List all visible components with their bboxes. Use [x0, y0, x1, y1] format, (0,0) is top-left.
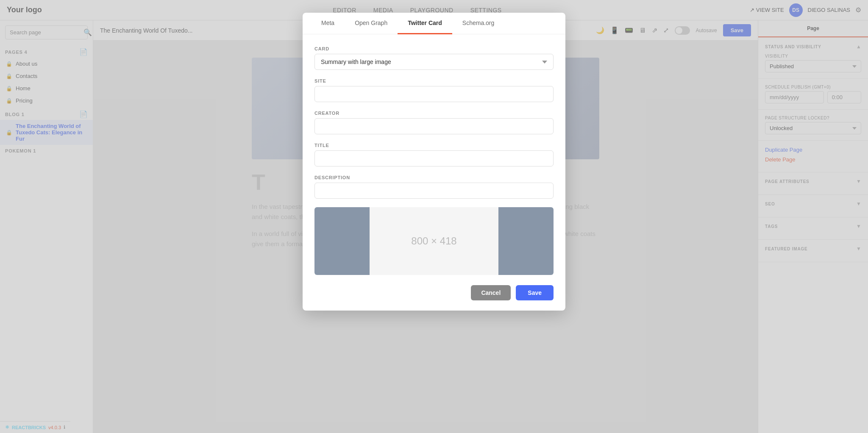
tab-twitter-card[interactable]: Twitter Card — [398, 13, 452, 34]
card-field-group: CARD Summary with large image Summary Ap… — [314, 46, 554, 70]
description-field-group: DESCRIPTION — [314, 175, 554, 199]
title-input[interactable] — [314, 150, 554, 167]
description-label: DESCRIPTION — [314, 175, 554, 180]
site-input[interactable] — [314, 86, 554, 102]
twitter-card-modal: Meta Open Graph Twitter Card Schema.org … — [303, 13, 565, 311]
creator-label: CREATOR — [314, 111, 554, 116]
modal-body: CARD Summary with large image Summary Ap… — [303, 34, 565, 285]
card-label: CARD — [314, 46, 554, 51]
image-right-side — [498, 207, 554, 275]
cancel-button[interactable]: Cancel — [471, 285, 511, 300]
site-field-group: SITE — [314, 78, 554, 102]
site-label: SITE — [314, 78, 554, 83]
creator-field-group: CREATOR — [314, 111, 554, 134]
modal-footer: Cancel Save — [303, 285, 565, 311]
tab-meta[interactable]: Meta — [311, 13, 345, 34]
image-left-side — [314, 207, 370, 275]
title-field-group: TITLE — [314, 143, 554, 167]
modal-save-button[interactable]: Save — [516, 285, 554, 300]
creator-input[interactable] — [314, 118, 554, 134]
image-preview: 800 × 418 — [314, 207, 554, 275]
title-label: TITLE — [314, 143, 554, 148]
modal-overlay: Meta Open Graph Twitter Card Schema.org … — [0, 0, 868, 433]
tab-open-graph[interactable]: Open Graph — [345, 13, 398, 34]
description-input[interactable] — [314, 183, 554, 199]
card-select[interactable]: Summary with large image Summary App Pla… — [314, 54, 554, 70]
tab-schema[interactable]: Schema.org — [452, 13, 504, 34]
image-dimensions: 800 × 418 — [370, 207, 498, 275]
modal-tabs: Meta Open Graph Twitter Card Schema.org — [303, 13, 565, 34]
